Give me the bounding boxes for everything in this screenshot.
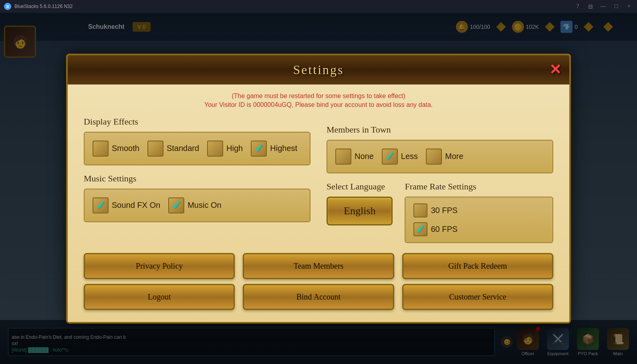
smooth-option[interactable]: Smooth xyxy=(93,141,139,157)
less-checkbox[interactable] xyxy=(382,149,398,165)
dialog-body: (The game must be restarted for some set… xyxy=(68,84,569,322)
60fps-checkbox[interactable] xyxy=(413,222,427,236)
smooth-label: Smooth xyxy=(112,144,139,153)
more-checkbox[interactable] xyxy=(426,149,442,165)
high-label: High xyxy=(226,144,243,153)
members-in-town-section: Members in Town None Less xyxy=(327,125,553,173)
settings-dialog: Settings ✕ (The game must be restarted f… xyxy=(66,54,571,324)
settings-columns: Display Effects Smooth Standard xyxy=(84,117,553,243)
none-label: None xyxy=(355,152,374,161)
language-section: Select Language English xyxy=(327,181,393,225)
sound-fx-label: Sound FX On xyxy=(112,201,160,210)
60fps-option[interactable]: 60 FPS xyxy=(413,222,544,236)
maximize-button[interactable]: □ xyxy=(612,2,620,10)
team-members-button[interactable]: Team Members xyxy=(243,253,394,279)
action-buttons-row1: Privacy Policy Team Members Gift Pack Re… xyxy=(84,253,553,279)
music-settings-section: Music Settings Sound FX On Music On xyxy=(84,173,310,222)
sound-fx-checkbox[interactable] xyxy=(93,197,109,213)
60fps-label: 60 FPS xyxy=(431,225,458,234)
dialog-titlebar: Settings ✕ xyxy=(68,55,569,84)
customer-service-button[interactable]: Customer Service xyxy=(402,284,553,310)
none-option[interactable]: None xyxy=(335,149,374,165)
high-option[interactable]: High xyxy=(207,141,243,157)
titlebar-controls: ? ⊟ — □ × xyxy=(574,2,633,10)
standard-label: Standard xyxy=(167,144,199,153)
highest-option[interactable]: Highest xyxy=(251,141,297,157)
none-checkbox[interactable] xyxy=(335,149,351,165)
settings-overlay: Settings ✕ (The game must be restarted f… xyxy=(0,13,637,364)
display-effects-section: Display Effects Smooth Standard xyxy=(84,117,310,165)
standard-option[interactable]: Standard xyxy=(147,141,199,157)
dialog-title: Settings xyxy=(293,62,344,77)
members-box: None Less More xyxy=(327,140,553,173)
close-button[interactable]: × xyxy=(625,2,633,10)
warning-text-1: (The game must be restarted for some set… xyxy=(84,93,553,100)
logout-button[interactable]: Logout xyxy=(84,284,235,310)
more-option[interactable]: More xyxy=(426,149,464,165)
framerate-options: 30 FPS 60 FPS xyxy=(405,197,553,243)
more-label: More xyxy=(445,152,464,161)
music-on-label: Music On xyxy=(187,201,221,210)
display-effects-box: Smooth Standard High xyxy=(84,132,310,165)
30fps-label: 30 FPS xyxy=(431,206,458,215)
privacy-policy-button[interactable]: Privacy Policy xyxy=(84,253,235,279)
minimize-button[interactable]: — xyxy=(599,2,607,10)
smooth-checkbox[interactable] xyxy=(93,141,109,157)
30fps-checkbox[interactable] xyxy=(413,203,427,217)
settings-left-column: Display Effects Smooth Standard xyxy=(84,117,310,243)
help-button[interactable]: ? xyxy=(574,2,582,10)
titlebar: B BlueStacks 5.6.0.1126 N32 ? ⊟ — □ × xyxy=(0,0,637,13)
language-button[interactable]: English xyxy=(327,197,393,225)
music-settings-box: Sound FX On Music On xyxy=(84,189,310,222)
minimize-group-button[interactable]: ⊟ xyxy=(587,2,595,10)
gift-pack-button[interactable]: Gift Pack Redeem xyxy=(402,253,553,279)
members-title: Members in Town xyxy=(327,125,553,135)
highest-checkbox[interactable] xyxy=(251,141,267,157)
music-on-option[interactable]: Music On xyxy=(168,197,221,213)
warning-text-2: Your Visitor ID is 0000004uGQ, Please bi… xyxy=(84,101,553,109)
standard-checkbox[interactable] xyxy=(147,141,163,157)
high-checkbox[interactable] xyxy=(207,141,223,157)
language-title: Select Language xyxy=(327,181,393,192)
highest-label: Highest xyxy=(270,144,297,153)
music-on-checkbox[interactable] xyxy=(168,197,184,213)
framerate-section: Frame Rate Settings 30 FPS 60 FPS xyxy=(405,181,553,243)
sound-fx-option[interactable]: Sound FX On xyxy=(93,197,160,213)
app-name: BlueStacks 5.6.0.1126 N32 xyxy=(14,4,73,9)
display-effects-title: Display Effects xyxy=(84,117,310,127)
less-label: Less xyxy=(401,152,418,161)
language-framerate-row: Select Language English Frame Rate Setti… xyxy=(327,181,553,243)
dialog-close-button[interactable]: ✕ xyxy=(549,62,561,77)
framerate-title: Frame Rate Settings xyxy=(405,181,553,192)
music-settings-title: Music Settings xyxy=(84,173,310,184)
bluestacks-logo: B xyxy=(4,3,11,10)
action-buttons-row2: Logout Bind Account Customer Service xyxy=(84,284,553,310)
30fps-option[interactable]: 30 FPS xyxy=(413,203,544,217)
bind-account-button[interactable]: Bind Account xyxy=(243,284,394,310)
less-option[interactable]: Less xyxy=(382,149,418,165)
settings-right-column: Members in Town None Less xyxy=(327,117,553,243)
